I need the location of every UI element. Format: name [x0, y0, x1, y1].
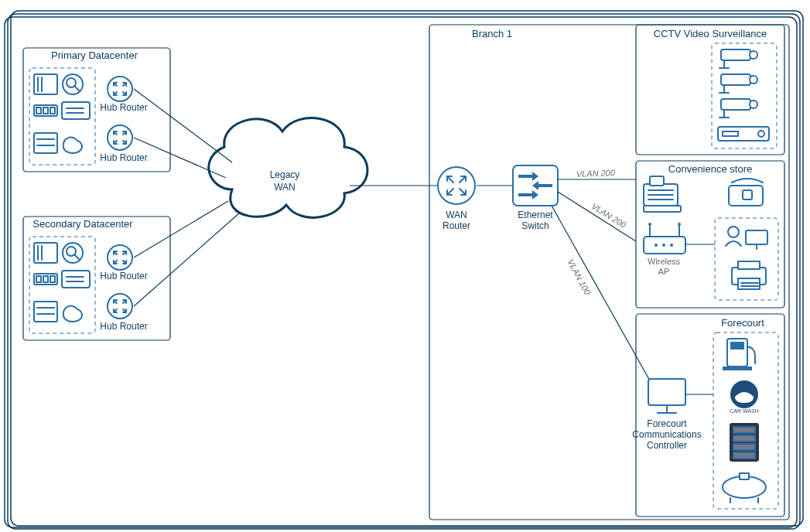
svg-point-72: [670, 244, 673, 247]
svg-rect-91: [733, 435, 755, 442]
svg-point-73: [728, 227, 739, 237]
cctv-group: CCTV Video Surveillance: [636, 25, 784, 155]
wan-router-icon: [438, 167, 475, 204]
svg-rect-46: [721, 74, 750, 85]
wireless-ap-label-1: Wireless: [648, 257, 681, 266]
branch-title: Branch 1: [472, 28, 512, 39]
phone-icon: [729, 179, 763, 206]
router-icon: [108, 77, 132, 101]
hub-router-label: Hub Router: [100, 271, 147, 281]
svg-rect-82: [648, 379, 685, 405]
fcc-label-2: Communications: [632, 429, 701, 440]
cloud-label-2: WAN: [274, 182, 296, 193]
svg-point-70: [654, 244, 658, 247]
cloud-label-1: Legacy: [270, 169, 300, 180]
svg-rect-59: [644, 206, 681, 212]
svg-rect-93: [733, 452, 755, 459]
fuel-pump-icon: [723, 339, 755, 370]
router-icon: [108, 245, 132, 270]
primary-datacenter-title: Primary Datacenter: [51, 49, 138, 61]
network-diagram: Primary Datacenter Hub Router: [0, 0, 810, 532]
router-icon: [108, 125, 132, 150]
svg-rect-87: [723, 367, 752, 370]
forecourt-title: Forecourt: [721, 317, 764, 329]
svg-point-71: [662, 244, 665, 247]
hub-router-label: Hub Router: [100, 102, 147, 113]
svg-rect-50: [721, 99, 750, 110]
svg-point-51: [750, 101, 757, 108]
svg-point-69: [678, 223, 681, 226]
svg-rect-92: [733, 444, 755, 450]
wireless-ap-icon: [644, 223, 685, 254]
user-pc-icon: [726, 227, 767, 249]
hub-router-label: Hub Router: [100, 152, 147, 163]
svg-point-47: [750, 76, 757, 84]
link-switch-wireless-ap: [558, 192, 636, 241]
printer-icon: [732, 261, 766, 289]
cctv-title: CCTV Video Surveillance: [654, 28, 767, 39]
link-secondary-hub1-cloud: [134, 201, 228, 257]
forecourt-group: Forecourt Forecourt Communications Contr…: [632, 314, 784, 517]
camera-icon: [719, 49, 757, 68]
arrows-box-icon: [62, 271, 90, 288]
carwash-icon: CAR WASH: [730, 380, 758, 414]
switch-icon: [34, 302, 57, 322]
svg-rect-90: [733, 427, 755, 433]
fcc-monitor-icon: [648, 379, 685, 413]
tank-icon: [723, 473, 766, 503]
vlan-200-label: VLAN 200: [576, 168, 616, 179]
fcc-label-3: Controller: [647, 440, 687, 451]
svg-rect-86: [730, 342, 744, 350]
svg-rect-63: [729, 186, 763, 206]
hub-router-label: Hub Router: [100, 321, 147, 332]
store-title: Convenience store: [668, 163, 752, 175]
camera-icon: [719, 99, 757, 118]
dvr-icon: [718, 127, 769, 141]
camera-icon: [719, 74, 757, 93]
price-sign-icon: [730, 424, 758, 461]
svg-point-67: [648, 223, 651, 226]
secondary-datacenter-title: Secondary Datacenter: [32, 218, 133, 230]
svg-rect-74: [746, 230, 767, 244]
link-primary-hub1-cloud: [134, 89, 232, 162]
svg-rect-95: [740, 473, 749, 479]
cloud-www-icon: [63, 138, 82, 153]
switch-icon: [34, 133, 57, 153]
wan-router-label-2: Router: [443, 220, 470, 231]
carwash-label: CAR WASH: [730, 408, 758, 414]
router-icon: [108, 294, 132, 319]
link-secondary-hub2-cloud: [134, 213, 240, 306]
svg-rect-42: [721, 49, 750, 60]
wireless-ap-label-2: AP: [658, 267, 670, 276]
svg-rect-78: [738, 261, 760, 269]
cloud-www-icon: [63, 306, 82, 322]
svg-point-43: [750, 51, 757, 59]
eth-switch-label-1: Ethernet: [518, 210, 553, 220]
link-switch-forecourt: [552, 206, 658, 394]
eth-switch-label-2: Switch: [521, 220, 549, 231]
secondary-datacenter-group: Secondary Datacenter Hub Router: [23, 217, 170, 340]
arrows-box-icon: [62, 102, 90, 119]
svg-rect-54: [718, 127, 769, 141]
magnifier-icon: [63, 74, 83, 94]
primary-datacenter-group: Primary Datacenter Hub Router: [23, 48, 170, 172]
vlan-100-label: VLAN 100: [566, 257, 593, 297]
fcc-label-1: Forecourt: [647, 418, 687, 429]
legacy-wan-cloud: [209, 118, 367, 218]
wan-router-label-1: WAN: [446, 210, 467, 220]
svg-rect-58: [650, 176, 664, 186]
cash-register-icon: [644, 176, 681, 212]
store-group: Convenience store Wireless AP: [636, 161, 784, 308]
magnifier-icon: [63, 243, 83, 263]
